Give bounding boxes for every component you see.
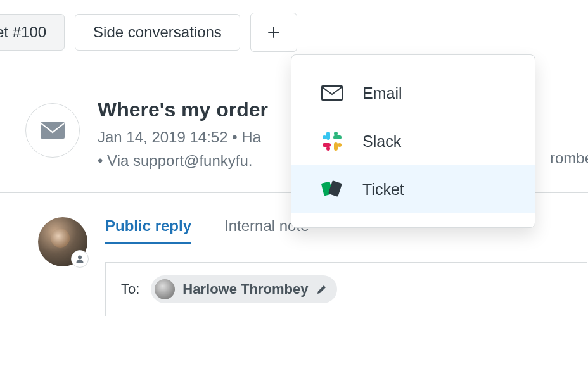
to-label: To: (121, 281, 139, 298)
slack-icon (321, 130, 343, 153)
menu-item-label: Ticket (362, 180, 404, 199)
ticket-icon (321, 178, 343, 201)
reply-content: Public reply Internal note To: Harlowe T… (105, 217, 587, 316)
menu-item-ticket[interactable]: Ticket (291, 165, 535, 213)
ticket-meta-overflow: rombey (550, 149, 588, 167)
add-side-conversation-button[interactable] (250, 13, 297, 52)
envelope-icon (321, 82, 343, 104)
ticket-title: Where's my order (98, 98, 268, 122)
agent-badge (71, 250, 89, 268)
recipient-avatar (155, 279, 175, 299)
person-icon (75, 254, 84, 263)
svg-point-1 (78, 256, 82, 260)
agent-avatar-wrap (38, 217, 87, 266)
recipient-chip[interactable]: Harlowe Thrombey (151, 275, 337, 303)
menu-item-label: Slack (362, 132, 401, 151)
pencil-icon[interactable] (316, 283, 328, 296)
tab-public-reply[interactable]: Public reply (105, 217, 191, 244)
ticket-channel-icon (25, 103, 80, 158)
ticket-meta-line2: • Via support@funkyfu. (98, 152, 252, 169)
ticket-header-text: Where's my order Jan 14, 2019 14:52 • Ha… (98, 98, 268, 172)
envelope-icon (40, 122, 65, 139)
menu-item-label: Email (362, 84, 402, 103)
menu-item-email[interactable]: Email (291, 69, 535, 117)
menu-item-slack[interactable]: Slack (291, 117, 535, 165)
recipient-name: Harlowe Thrombey (182, 281, 308, 298)
tab-side-conversations[interactable]: Side conversations (75, 14, 240, 51)
reply-body[interactable]: To: Harlowe Thrombey (105, 262, 587, 316)
plus-icon (267, 25, 281, 39)
ticket-meta-line1: Jan 14, 2019 14:52 • Ha (98, 128, 261, 146)
svg-rect-2 (322, 86, 342, 100)
side-conversation-menu: Email Slack Ticket (291, 54, 535, 228)
svg-rect-0 (41, 122, 65, 139)
ticket-meta: Jan 14, 2019 14:52 • Ha • Via support@fu… (98, 125, 268, 172)
tab-ticket[interactable]: cket #100 (0, 14, 65, 51)
to-row: To: Harlowe Thrombey (121, 275, 572, 303)
